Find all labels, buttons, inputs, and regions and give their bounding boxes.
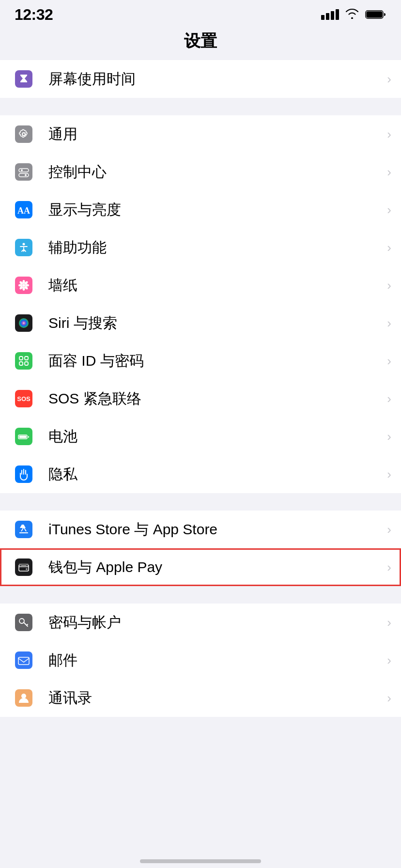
svg-point-15 [23,280,25,284]
settings-row-battery[interactable]: 电池› [0,418,401,455]
svg-rect-25 [15,352,32,370]
screen-time-label: 屏幕使用时间 [48,69,382,89]
sos-chevron: › [387,391,391,406]
svg-rect-1 [367,12,383,18]
svg-point-17 [18,284,22,287]
passwords-label: 密码与帐户 [48,613,382,633]
privacy-label: 隐私 [48,465,382,484]
accessibility-chevron: › [387,240,391,255]
settings-group-screen-time: 屏幕使用时间› [0,60,401,98]
mail-chevron: › [387,653,391,668]
svg-rect-34 [19,436,27,438]
group-separator [0,586,401,604]
contacts-chevron: › [387,691,391,706]
settings-row-faceid[interactable]: 面容 ID 与密码› [0,342,401,380]
battery-chevron: › [387,429,391,444]
svg-rect-3 [15,125,32,143]
svg-point-6 [21,170,23,171]
control-center-label: 控制中心 [48,162,382,182]
battery-label: 电池 [48,427,382,447]
privacy-chevron: › [387,467,391,482]
settings-row-contacts[interactable]: 通讯录› [0,679,401,717]
contacts-icon [10,684,38,712]
control-center-chevron: › [387,165,391,180]
settings-row-accessibility[interactable]: 辅助功能› [0,229,401,266]
settings-row-siri[interactable]: Siri 与搜索› [0,304,401,342]
settings-row-privacy[interactable]: 隐私› [0,455,401,493]
faceid-chevron: › [387,354,391,369]
siri-label: Siri 与搜索 [48,313,382,333]
itunes-appstore-chevron: › [387,522,391,537]
screen-time-icon [10,65,38,93]
battery-icon [365,9,386,20]
page-title: 设置 [0,26,401,60]
control-center-icon [10,158,38,186]
group-separator [0,493,401,511]
settings-row-passwords[interactable]: 密码与帐户› [0,604,401,641]
general-chevron: › [387,127,391,142]
battery-icon [10,422,38,450]
wifi-icon [345,8,359,21]
svg-text:SOS: SOS [17,395,31,403]
svg-rect-38 [15,558,32,576]
settings-group-general: 通用›控制中心›AA显示与亮度›辅助功能›墙纸›Siri 与搜索›面容 ID 与… [0,115,401,493]
general-label: 通用 [48,124,382,144]
status-bar: 12:32 [0,0,401,26]
screen-time-chevron: › [387,72,391,87]
wallpaper-chevron: › [387,278,391,293]
sos-label: SOS 紧急联络 [48,389,382,409]
siri-chevron: › [387,316,391,331]
display-icon: AA [10,196,38,224]
wallet-applepay-chevron: › [387,560,391,575]
settings-row-mail[interactable]: 邮件› [0,641,401,679]
privacy-icon [10,460,38,488]
passwords-chevron: › [387,615,391,630]
settings-row-sos[interactable]: SOSSOS 紧急联络› [0,380,401,418]
accessibility-icon [10,233,38,262]
group-separator [0,98,401,115]
svg-point-12 [23,243,25,246]
settings-row-wallpaper[interactable]: 墙纸› [0,266,401,304]
itunes-appstore-label: iTunes Store 与 App Store [48,520,382,540]
settings-row-wallet-applepay[interactable]: 钱包与 Apple Pay› [0,548,401,586]
siri-icon [10,309,38,337]
svg-rect-36 [15,521,32,538]
display-label: 显示与亮度 [48,200,382,220]
faceid-icon [10,347,38,375]
settings-container: 屏幕使用时间›通用›控制中心›AA显示与亮度›辅助功能›墙纸›Siri 与搜索›… [0,60,401,717]
passwords-icon [10,608,38,636]
display-chevron: › [387,202,391,217]
signal-icon [321,9,339,20]
accessibility-label: 辅助功能 [48,238,382,258]
wallpaper-label: 墙纸 [48,276,382,295]
svg-point-16 [23,287,25,291]
status-time: 12:32 [15,6,53,24]
settings-group-apps: 密码与帐户›邮件›通讯录› [0,604,401,717]
sos-icon: SOS [10,385,38,413]
svg-point-8 [25,174,27,176]
svg-point-18 [25,284,29,287]
settings-row-itunes-appstore[interactable]: iTunes Store 与 App Store› [0,511,401,548]
home-indicator [140,859,261,863]
wallpaper-icon [10,271,38,299]
contacts-label: 通讯录 [48,688,382,708]
mail-icon [10,646,38,674]
svg-rect-40 [21,565,26,567]
svg-point-24 [19,318,29,328]
status-icons [321,8,386,21]
svg-point-14 [22,284,25,287]
wallet-applepay-label: 钱包与 Apple Pay [48,558,382,577]
svg-point-48 [21,694,26,698]
itunes-appstore-icon [10,515,38,543]
faceid-label: 面容 ID 与密码 [48,351,382,371]
settings-row-display[interactable]: AA显示与亮度› [0,191,401,229]
wallet-applepay-icon [10,553,38,581]
svg-text:AA: AA [17,206,30,216]
settings-row-screen-time[interactable]: 屏幕使用时间› [0,60,401,98]
svg-point-42 [26,568,28,570]
settings-row-general[interactable]: 通用› [0,115,401,153]
svg-rect-45 [15,651,32,669]
mail-label: 邮件 [48,651,382,670]
settings-row-control-center[interactable]: 控制中心› [0,153,401,191]
general-icon [10,120,38,148]
